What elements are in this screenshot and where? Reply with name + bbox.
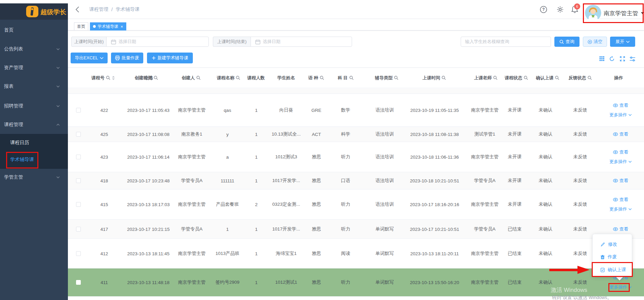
column-header-lang[interactable]: 语 种 (308, 75, 324, 81)
create-course-button[interactable]: 新建学术辅导课 (147, 53, 193, 63)
column-header-course[interactable]: 课程名称 (217, 75, 240, 81)
batch-void-button[interactable]: 批量作废 (111, 53, 143, 63)
row-checkbox[interactable] (76, 202, 81, 207)
menu-item-1[interactable]: 作废 (593, 252, 632, 262)
row-checkbox[interactable] (76, 251, 81, 256)
view-link[interactable]: 查看 (613, 197, 628, 203)
cell-teacher: 南京学管主管 (471, 251, 499, 257)
row-checkbox[interactable] (76, 280, 81, 285)
grid-view-icon[interactable] (600, 56, 604, 61)
column-header-type[interactable]: 辅导类型 (375, 75, 399, 81)
column-search-icon[interactable] (154, 76, 158, 80)
row-checkbox[interactable] (76, 108, 81, 113)
column-search-icon[interactable] (524, 76, 528, 80)
view-link[interactable]: 查看 (613, 131, 628, 137)
table-row-425[interactable]: 4252023-10-17 11:08:08南京教务1y110.13测试全...… (68, 127, 644, 142)
sidebar-item-label: 资产管理 (4, 65, 23, 71)
column-search-icon[interactable] (196, 76, 201, 80)
sidebar-item-3[interactable]: 报表 (0, 80, 68, 93)
row-checkbox[interactable] (76, 178, 81, 183)
cell-subject: 听力 (341, 226, 350, 232)
column-header-feedback[interactable]: 反馈状态 (569, 75, 592, 81)
expand-button[interactable]: 展开 (610, 37, 635, 47)
row-checkbox[interactable] (76, 132, 81, 137)
column-search-icon[interactable] (555, 76, 559, 80)
cell-lang: 雅思 (312, 226, 321, 232)
cell-type: 语法培训 (375, 201, 394, 207)
row-checkbox[interactable] (76, 227, 81, 232)
column-search-icon[interactable] (493, 76, 498, 80)
help-icon[interactable]: ? (540, 6, 547, 13)
column-header-id[interactable]: 课程号 (91, 75, 115, 81)
column-search-icon[interactable] (442, 76, 446, 80)
gear-icon[interactable] (556, 5, 564, 14)
sidebar-subitem-0[interactable]: 课程日历 (0, 136, 68, 149)
cell-confirm: 未确认 (539, 226, 553, 232)
column-header-subject[interactable]: 科 目 (338, 75, 354, 81)
menu-item-0[interactable]: 修改 (593, 239, 632, 249)
table-row-423[interactable]: 4232023-10-17 11:06:14南京学管主管a11012测试3雅思听… (68, 142, 644, 172)
view-link[interactable]: 查看 (613, 149, 628, 155)
windows-watermark-line1: 激活 Windows (551, 286, 587, 294)
cell-creator: 南京教务1 (181, 131, 202, 137)
column-search-icon[interactable] (319, 76, 324, 80)
view-link[interactable]: 查看 (613, 226, 628, 232)
cell-student: 1012测试3 (275, 154, 297, 160)
sort-icon[interactable] (112, 76, 115, 80)
clear-button[interactable]: 清空 (583, 37, 607, 47)
tab-current[interactable]: 学术辅导课 × (90, 22, 126, 31)
sidebar-item-after-0[interactable]: 学管主管 (0, 171, 68, 184)
column-header-student[interactable]: 学生姓名 (277, 75, 295, 81)
chevron-down-icon (628, 208, 632, 211)
fullscreen-icon[interactable] (620, 56, 625, 61)
column-header-confirm[interactable]: 确认上课 (536, 75, 559, 81)
cell-student: 10.13测试全... (272, 131, 301, 137)
refresh-icon[interactable] (609, 56, 615, 62)
column-header-ops[interactable]: 操作 (614, 75, 623, 81)
search-button[interactable]: 查询 (554, 37, 579, 47)
sidebar-item-0[interactable]: 首页 (0, 23, 68, 37)
row-checkbox[interactable] (76, 155, 81, 159)
cell-creator: 南京学管主管 (178, 201, 206, 207)
cell-time: 2023-10-13 18:11-20:11 (410, 251, 459, 256)
filter-end-date-input[interactable]: 选择日期 (251, 37, 352, 47)
cell-feedback: 未反馈 (573, 154, 587, 160)
cell-confirm: 未确认 (539, 154, 553, 160)
cell-subject: 口语 (341, 178, 350, 184)
more-ops-link[interactable]: 更多操作 (609, 112, 632, 118)
breadcrumb-item[interactable]: 课程管理 (89, 6, 108, 13)
filter-start-date-input[interactable]: 选择日期 (106, 37, 209, 47)
back-icon[interactable] (74, 6, 81, 13)
table-row-418[interactable]: 4182023-10-17 10:23:48学管专员A11111111017开发… (68, 172, 644, 189)
column-header-creator[interactable]: 创建人 (182, 75, 201, 81)
table-row-422[interactable]: 4222023-10-17 11:05:43南京学管主管qas1向日葵GRE数学… (68, 94, 644, 127)
column-header-count[interactable]: 课程人数 (247, 75, 265, 81)
column-settings-icon[interactable] (630, 57, 635, 61)
table-row-415[interactable]: 4152023-10-13 18:17:03南京学管主管产品套餐班20323定金… (68, 189, 644, 220)
sidebar-item-4[interactable]: 招聘管理 (0, 99, 68, 113)
column-header-time[interactable]: 上课时间 (423, 75, 446, 81)
more-ops-link[interactable]: 更多操作 (609, 159, 632, 165)
view-link[interactable]: 查看 (613, 102, 628, 108)
tab-close-icon[interactable]: × (121, 24, 123, 29)
column-search-icon[interactable] (394, 76, 399, 80)
sidebar-item-label: 首页 (4, 27, 14, 33)
table-row-417[interactable]: 4172023-10-17 10:21:15学管专员A111017开发学...雅… (68, 220, 644, 239)
more-ops-link[interactable]: 更多操作 (609, 206, 632, 212)
tab-home[interactable]: 首页 (74, 22, 88, 31)
cell-student: 向日葵 (279, 107, 293, 113)
column-search-icon[interactable] (106, 76, 110, 80)
column-header-teacher[interactable]: 上课老师 (474, 75, 498, 81)
export-excel-button[interactable]: 导出EXCEL (71, 53, 108, 63)
column-search-icon[interactable] (349, 76, 353, 80)
column-search-icon[interactable] (236, 76, 240, 80)
sidebar-item-2[interactable]: 资产管理 (0, 61, 68, 75)
sidebar-item-1[interactable]: 公告列表 (0, 42, 68, 56)
student-search-input[interactable]: 输入学生姓名模糊查询 (461, 37, 551, 47)
column-search-icon[interactable] (588, 76, 592, 80)
column-header-created[interactable]: 创建时间 (135, 75, 158, 81)
view-link[interactable]: 查看 (613, 178, 628, 184)
table-row-412[interactable]: 4122023-10-13 18:11:45南京学管主管1013产品班1海绵宝宝… (68, 239, 644, 268)
sidebar-item-5[interactable]: 课程管理 (0, 118, 68, 132)
column-header-status[interactable]: 课程状态 (505, 75, 528, 81)
